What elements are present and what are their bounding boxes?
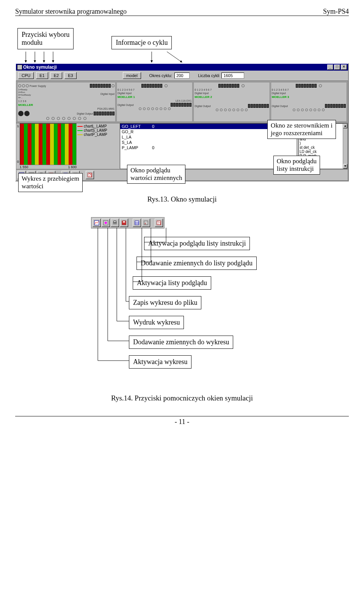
terminal-icon <box>228 109 231 111</box>
digital-output-label: Digital Output <box>118 104 133 106</box>
terminal-icon <box>232 109 235 111</box>
terminal-icon <box>237 109 239 111</box>
page-header-left: Symulator sterownika programowalnego <box>15 8 127 16</box>
terminal-icon <box>241 109 243 111</box>
led-icon <box>165 84 168 87</box>
terminal-icon <box>322 109 325 111</box>
state-numbers: 1 2 3 6 <box>18 100 26 102</box>
digital-output-label: Digital Output <box>77 112 93 115</box>
terminal-icon <box>67 117 71 120</box>
terminal-icon <box>143 107 146 110</box>
digital-output-lamps <box>171 103 191 107</box>
terminal-icon <box>73 117 76 120</box>
cycle-period-label: Okres cyklu: <box>149 73 173 78</box>
terminal-icon <box>318 109 320 111</box>
variable-row[interactable]: S_LA <box>120 140 297 145</box>
bit-index-label: 0 1 2 3 4 5 6 7 <box>272 88 289 91</box>
terminal-icon <box>46 117 49 120</box>
digital-input-label: Digital Input <box>100 93 115 95</box>
callout-arrows-top <box>15 52 349 63</box>
digital-output-label: Digital Output <box>272 105 288 107</box>
cycle-count-input[interactable]: 1605 <box>221 73 244 79</box>
led-icon <box>22 84 25 87</box>
il-line: st det_ck <box>300 145 347 150</box>
terminal-icon <box>314 109 316 111</box>
scroll-up-button[interactable]: ▲ <box>343 124 347 128</box>
chart-pane[interactable] <box>20 123 77 165</box>
il-line: ) <box>300 141 347 145</box>
digital-input-lamps <box>90 84 111 88</box>
terminal-icon <box>62 117 65 120</box>
brand-label: MOELLER 3 <box>272 95 289 99</box>
terminal-icon <box>151 107 154 110</box>
terminal-icon <box>216 109 218 111</box>
scrollbar[interactable]: ▲ ▼ <box>343 124 347 169</box>
il-preview-activate-icon[interactable]: ?{ <box>86 171 94 179</box>
il-line: LD det_ck <box>300 150 347 154</box>
terminal-icon <box>224 109 227 111</box>
terminal-icon <box>147 107 150 110</box>
led-icon <box>242 84 245 87</box>
terminal-icon <box>155 107 158 110</box>
terminal-icon <box>297 109 300 111</box>
callout-il-preview: Okno podglądulisty instrukcji <box>273 156 320 175</box>
terminal-icon <box>78 117 81 120</box>
callout-chart-pane: Wykres z przebiegiemwartości <box>18 173 83 192</box>
slot-label: PS4-201-MM1 <box>97 107 115 110</box>
page-header-right: Sym-PS4 <box>323 8 349 16</box>
power-supply-label: Power Supply <box>30 85 46 87</box>
digital-output-lamps <box>248 104 269 108</box>
slot-label: LE4-116-DX1 <box>176 99 191 102</box>
terminal-icon <box>83 117 86 120</box>
close-button[interactable]: × <box>341 65 347 70</box>
callout-module-buttons: Przyciski wyboru modułu <box>17 28 74 49</box>
chart-legend: chartL_LAMP chartS_LAMP chartP_LAMP <box>77 123 118 169</box>
figure-14-caption: Rys.14. Przyciski pomocniczych okien sym… <box>15 394 349 402</box>
model-button[interactable]: model <box>123 72 141 79</box>
chart-y-tick: 0 <box>17 160 19 164</box>
led-icon <box>319 84 322 87</box>
chart-y-tick: 1 <box>17 124 19 128</box>
brand-label: MOELLER <box>18 103 33 107</box>
callout-controller-window: Okno ze sterownikiem ijego rozszerzeniam… <box>267 120 336 139</box>
terminal-icon <box>139 107 141 110</box>
minimize-button[interactable]: _ <box>327 65 333 70</box>
module-button-cpu[interactable]: CPU <box>18 72 34 79</box>
terminal-icon <box>160 107 162 110</box>
legend-color-icon <box>77 126 83 127</box>
state-legend: 1=Ready 2=Run 3=NotReady 4=... <box>18 88 31 99</box>
legend-color-icon <box>77 134 83 135</box>
terminal-icon <box>301 109 304 111</box>
cycle-period-input[interactable]: 200 <box>174 73 190 79</box>
page-number: - 11 - <box>15 416 349 426</box>
callout-connector-lines <box>15 217 281 377</box>
knob-icon <box>24 111 30 116</box>
brand-label: MOELLER 2 <box>195 95 212 99</box>
knob-icon <box>18 111 24 116</box>
digital-output-label: Digital Output <box>195 105 210 107</box>
callout-cycle-info: Informacje o cyklu <box>111 36 172 49</box>
cycle-count-label: Liczba cykli <box>198 73 219 78</box>
maximize-button[interactable]: □ <box>334 65 340 70</box>
terminal-icon <box>57 117 60 120</box>
scroll-down-button[interactable]: ▼ <box>343 164 347 169</box>
svg-line-5 <box>167 52 182 62</box>
legend-color-icon <box>77 130 83 131</box>
figure-13-caption: Rys.13. Okno symulacji <box>15 195 349 203</box>
svg-text:?{: ?{ <box>89 173 93 177</box>
chart-x-tick: 1 600 <box>68 165 77 169</box>
module-button-e2[interactable]: E2 <box>50 72 62 79</box>
digital-input-lamps <box>296 84 317 88</box>
module-button-e3[interactable]: E3 <box>64 72 76 79</box>
led-icon <box>111 84 115 87</box>
terminal-icon <box>168 107 171 110</box>
terminal-icon <box>293 109 295 111</box>
variable-row[interactable]: P_LAMP0 <box>120 145 297 150</box>
digital-output-lamps <box>325 104 346 108</box>
digital-input-label: Digital Input <box>195 92 209 95</box>
terminal-icon <box>245 109 248 111</box>
led-icon <box>18 84 21 87</box>
module-button-e1[interactable]: E1 <box>36 72 48 79</box>
digital-input-label: Digital Input <box>272 92 286 95</box>
terminal-icon <box>164 107 166 110</box>
